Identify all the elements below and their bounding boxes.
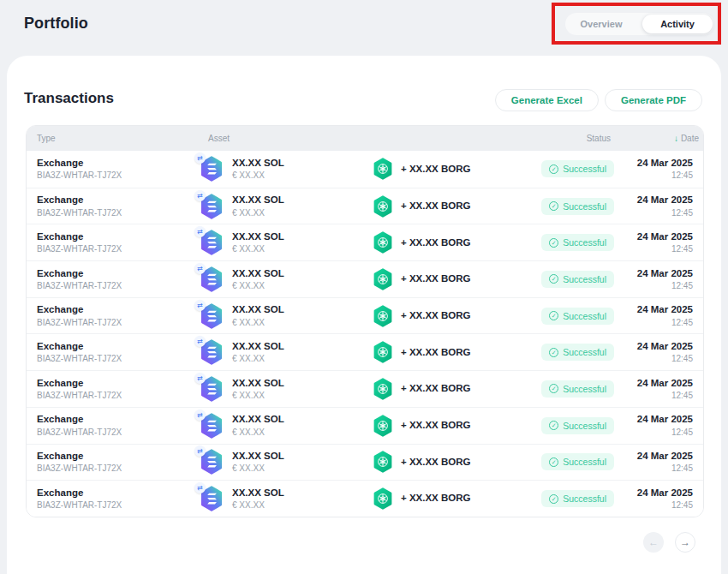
transaction-type: Exchange bbox=[37, 157, 191, 170]
cell-date: 24 Mar 2025 12:45 bbox=[619, 303, 703, 327]
generate-pdf-button[interactable]: Generate PDF bbox=[605, 89, 702, 111]
cell-asset-out: ⇄ XX.XX SOL € XX.XX bbox=[191, 230, 362, 255]
pagination: ← → bbox=[643, 532, 695, 553]
asset-out-fiat: € XX.XX bbox=[232, 499, 284, 511]
transactions-heading: Transactions bbox=[24, 90, 114, 107]
asset-out-fiat: € XX.XX bbox=[232, 463, 284, 474]
cell-asset-in: + XX.XX BORG bbox=[362, 231, 491, 254]
transaction-reference: BIA3Z-WHTAR-TJ72X bbox=[37, 353, 191, 364]
cell-type: Exchange BIA3Z-WHTAR-TJ72X bbox=[27, 230, 191, 254]
check-circle-icon: ✓ bbox=[549, 311, 558, 320]
asset-out-amount: XX.XX SOL bbox=[232, 413, 284, 426]
arrow-left-icon: ← bbox=[648, 536, 659, 548]
transaction-date: 24 Mar 2025 bbox=[619, 450, 693, 463]
pagination-next-button[interactable]: → bbox=[675, 532, 695, 553]
cell-asset-out: ⇄ XX.XX SOL € XX.XX bbox=[191, 266, 362, 292]
exchange-swap-icon: ⇄ bbox=[194, 482, 206, 493]
cell-asset-out: ⇄ XX.XX SOL € XX.XX bbox=[191, 303, 362, 329]
status-badge: ✓ Successful bbox=[541, 308, 614, 325]
tab-group: Overview Activity bbox=[565, 13, 714, 35]
check-circle-icon: ✓ bbox=[549, 164, 558, 174]
asset-out-amount: XX.XX SOL bbox=[232, 267, 284, 280]
cell-status: ✓ Successful bbox=[491, 453, 619, 470]
table-row[interactable]: Exchange BIA3Z-WHTAR-TJ72X bbox=[27, 151, 703, 188]
cell-type: Exchange BIA3Z-WHTAR-TJ72X bbox=[27, 194, 191, 218]
asset-out-fiat: € XX.XX bbox=[232, 353, 284, 364]
asset-out-amount: XX.XX SOL bbox=[232, 194, 284, 206]
status-badge: ✓ Successful bbox=[541, 380, 614, 398]
cell-asset-in: + XX.XX BORG bbox=[362, 487, 491, 510]
status-label: Successful bbox=[563, 237, 606, 248]
borg-token-icon bbox=[373, 341, 393, 363]
cell-asset-out: ⇄ XX.XX SOL € XX.XX bbox=[191, 194, 362, 219]
table-row[interactable]: Exchange BIA3Z-WHTAR-TJ72X bbox=[27, 260, 703, 297]
table-row[interactable]: Exchange BIA3Z-WHTAR-TJ72X bbox=[27, 407, 703, 444]
transaction-reference: BIA3Z-WHTAR-TJ72X bbox=[37, 499, 191, 511]
cell-asset-out: ⇄ XX.XX SOL € XX.XX bbox=[191, 413, 362, 439]
asset-out-amount: XX.XX SOL bbox=[232, 377, 284, 390]
table-row[interactable]: Exchange BIA3Z-WHTAR-TJ72X bbox=[27, 224, 703, 260]
transaction-time: 12:45 bbox=[619, 427, 693, 438]
cell-asset-out: ⇄ XX.XX SOL € XX.XX bbox=[191, 449, 362, 475]
sol-token-icon: ⇄ bbox=[200, 156, 224, 182]
cell-asset-in: + XX.XX BORG bbox=[362, 341, 491, 363]
transaction-date: 24 Mar 2025 bbox=[619, 303, 693, 316]
status-badge: ✓ Successful bbox=[541, 160, 614, 177]
asset-out-amount: XX.XX SOL bbox=[232, 487, 284, 499]
table-row[interactable]: Exchange BIA3Z-WHTAR-TJ72X bbox=[27, 370, 703, 407]
column-header-asset: Asset bbox=[191, 134, 362, 143]
column-header-date[interactable]: ↓ Date bbox=[619, 134, 703, 143]
pagination-prev-button[interactable]: ← bbox=[643, 532, 664, 553]
transaction-date: 24 Mar 2025 bbox=[619, 267, 693, 280]
status-label: Successful bbox=[563, 347, 606, 357]
asset-in-amount: + XX.XX BORG bbox=[401, 456, 470, 469]
table-row[interactable]: Exchange BIA3Z-WHTAR-TJ72X bbox=[27, 480, 703, 517]
borg-token-icon bbox=[373, 415, 393, 437]
asset-out-amount: XX.XX SOL bbox=[232, 340, 284, 353]
transaction-date: 24 Mar 2025 bbox=[619, 487, 693, 499]
asset-out-fiat: € XX.XX bbox=[232, 390, 284, 401]
tab-activity[interactable]: Activity bbox=[642, 15, 713, 33]
cell-asset-in: + XX.XX BORG bbox=[362, 305, 491, 327]
page-title: Portfolio bbox=[24, 15, 88, 33]
asset-out-amount: XX.XX SOL bbox=[232, 450, 284, 463]
tab-overview[interactable]: Overview bbox=[565, 19, 637, 29]
sol-token-icon: ⇄ bbox=[200, 413, 224, 439]
table-row[interactable]: Exchange BIA3Z-WHTAR-TJ72X bbox=[27, 444, 703, 481]
cell-asset-in: + XX.XX BORG bbox=[362, 268, 491, 290]
cell-type: Exchange BIA3Z-WHTAR-TJ72X bbox=[27, 267, 191, 291]
table-header: Type Asset Status ↓ Date bbox=[27, 126, 703, 151]
table-row[interactable]: Exchange BIA3Z-WHTAR-TJ72X bbox=[27, 188, 703, 224]
cell-type: Exchange BIA3Z-WHTAR-TJ72X bbox=[27, 377, 191, 401]
cell-date: 24 Mar 2025 12:45 bbox=[619, 377, 703, 401]
cell-asset-out: ⇄ XX.XX SOL € XX.XX bbox=[191, 339, 362, 365]
sort-desc-icon: ↓ bbox=[674, 135, 678, 143]
table-row[interactable]: Exchange BIA3Z-WHTAR-TJ72X bbox=[27, 333, 703, 370]
borg-token-icon bbox=[373, 451, 393, 473]
column-header-type: Type bbox=[27, 134, 191, 143]
status-label: Successful bbox=[563, 457, 606, 467]
borg-token-icon bbox=[373, 195, 393, 218]
table-row[interactable]: Exchange BIA3Z-WHTAR-TJ72X bbox=[27, 297, 703, 334]
check-circle-icon: ✓ bbox=[549, 384, 558, 393]
sol-token-icon: ⇄ bbox=[200, 449, 224, 475]
transaction-reference: BIA3Z-WHTAR-TJ72X bbox=[37, 170, 191, 181]
status-label: Successful bbox=[563, 164, 606, 174]
borg-token-icon bbox=[373, 305, 393, 327]
borg-token-icon bbox=[373, 268, 393, 290]
transaction-time: 12:45 bbox=[619, 353, 693, 364]
transaction-type: Exchange bbox=[37, 303, 191, 316]
generate-excel-button[interactable]: Generate Excel bbox=[495, 89, 599, 111]
transaction-date: 24 Mar 2025 bbox=[619, 413, 693, 426]
cell-status: ✓ Successful bbox=[491, 417, 619, 434]
cell-type: Exchange BIA3Z-WHTAR-TJ72X bbox=[27, 450, 191, 474]
cell-asset-in: + XX.XX BORG bbox=[362, 195, 491, 218]
check-circle-icon: ✓ bbox=[549, 238, 558, 248]
asset-in-amount: + XX.XX BORG bbox=[401, 492, 470, 505]
asset-in-amount: + XX.XX BORG bbox=[401, 272, 470, 285]
cell-asset-out: ⇄ XX.XX SOL € XX.XX bbox=[191, 376, 362, 402]
transaction-reference: BIA3Z-WHTAR-TJ72X bbox=[37, 243, 191, 254]
status-label: Successful bbox=[563, 201, 606, 212]
check-circle-icon: ✓ bbox=[549, 457, 558, 467]
cell-type: Exchange BIA3Z-WHTAR-TJ72X bbox=[27, 340, 191, 364]
